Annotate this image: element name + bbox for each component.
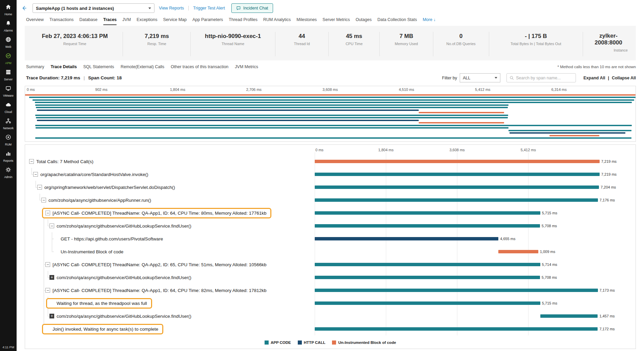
- span-bar[interactable]: [315, 160, 600, 163]
- tab-overview[interactable]: Overview: [26, 17, 44, 25]
- span-bar[interactable]: [498, 250, 538, 253]
- trace-overview-chart[interactable]: 0 ms902 ms1,804 ms2,706 ms3,608 ms4,510 …: [25, 86, 636, 142]
- tab-jvm[interactable]: JVM: [122, 17, 131, 25]
- overview-span-bar[interactable]: [419, 122, 504, 123]
- collapse-icon[interactable]: −: [45, 288, 50, 293]
- collapse-icon[interactable]: −: [45, 262, 50, 267]
- expand-icon[interactable]: +: [49, 314, 54, 318]
- overview-span-bar[interactable]: [35, 115, 508, 116]
- sidebar-item-rum[interactable]: RUM: [3, 134, 14, 146]
- sidebar-item-apm[interactable]: APM: [3, 53, 14, 65]
- span-bar[interactable]: [315, 224, 540, 228]
- sidebar-item-home[interactable]: Home: [3, 4, 14, 16]
- trace-row[interactable]: GET - https://api.github.com/users/Pivot…: [25, 232, 636, 245]
- sidebar-item-reports[interactable]: Reports: [3, 151, 14, 162]
- back-button[interactable]: [21, 5, 28, 12]
- span-search-box[interactable]: [506, 73, 576, 82]
- subtab-sql-statements[interactable]: SQL Statements: [83, 64, 114, 69]
- trace-row[interactable]: −org/springframework/web/servlet/Dispatc…: [25, 181, 636, 194]
- trace-row[interactable]: −org/apache/catalina/core/StandardHostVa…: [25, 168, 636, 181]
- overview-span-bar[interactable]: [35, 125, 632, 126]
- trace-row[interactable]: +com/zoho/qa/async/githubservice/GitHubL…: [25, 271, 636, 284]
- tab-transactions[interactable]: Transactions: [49, 17, 74, 25]
- overview-span-bar[interactable]: [29, 97, 636, 98]
- tab-service-map[interactable]: Service Map: [163, 17, 186, 25]
- overview-span-bar[interactable]: [37, 110, 419, 111]
- sidebar-item-server[interactable]: Server: [3, 69, 14, 81]
- expand-all-link[interactable]: Expand All: [583, 76, 605, 80]
- app-selector-dropdown[interactable]: SampleApp (1 hosts and 2 instances): [33, 3, 154, 13]
- overview-span-bar[interactable]: [419, 112, 504, 113]
- tab-data-collection-stats[interactable]: Data Collection Stats: [377, 17, 417, 25]
- span-bar[interactable]: [315, 289, 598, 292]
- subtab-summary[interactable]: Summary: [26, 64, 44, 69]
- collapse-icon[interactable]: −: [45, 211, 50, 215]
- overview-span-bar[interactable]: [35, 137, 631, 139]
- overview-span-bar[interactable]: [35, 104, 508, 106]
- tab-thread-profiles[interactable]: Thread Profiles: [229, 17, 257, 25]
- subtab-remote-external-calls[interactable]: Remote(External) Calls: [121, 64, 164, 69]
- overview-span-bar[interactable]: [36, 107, 507, 108]
- span-bar[interactable]: [315, 263, 540, 266]
- overview-span-bar[interactable]: [36, 117, 507, 118]
- span-bar[interactable]: [315, 186, 599, 189]
- trace-row[interactable]: −[ASYNC Call- COMPLETED] ThreadName: QA-…: [25, 207, 636, 219]
- subtab-trace-details[interactable]: Trace Details: [50, 64, 77, 69]
- sidebar-item-web[interactable]: Web: [3, 37, 14, 48]
- sidebar-item-cloud[interactable]: Cloud: [3, 102, 14, 114]
- tab-exceptions[interactable]: Exceptions: [137, 17, 157, 25]
- collapse-all-link[interactable]: Collapse All: [612, 76, 636, 80]
- trace-row[interactable]: Waiting for thread, as the threadpool wa…: [25, 297, 636, 310]
- span-bar[interactable]: [315, 276, 540, 279]
- span-bar[interactable]: [315, 211, 540, 215]
- overview-span-bar[interactable]: [508, 130, 632, 131]
- span-bar[interactable]: [315, 327, 598, 331]
- overview-span-bar[interactable]: [25, 94, 636, 96]
- trace-row[interactable]: −Total Calls: 7 Method Call(s)7,219 ms: [25, 155, 636, 168]
- overview-span-bar[interactable]: [35, 102, 632, 103]
- subtab-other-traces-of-this-transaction[interactable]: Other traces of this transaction: [171, 64, 228, 69]
- span-bar[interactable]: [315, 301, 540, 305]
- overview-span-bar[interactable]: [549, 135, 599, 136]
- sidebar-item-vmware[interactable]: VMware: [3, 85, 14, 97]
- incident-chat-button[interactable]: Incident Chat: [231, 3, 273, 13]
- overview-span-bar[interactable]: [510, 132, 625, 134]
- tab-milestones[interactable]: Milestones: [296, 17, 317, 25]
- overview-span-bar[interactable]: [33, 99, 634, 101]
- trigger-test-alert-link[interactable]: Trigger Test Alert: [193, 6, 225, 11]
- span-search-input[interactable]: [516, 76, 573, 80]
- trace-row[interactable]: Un-Instrumented Block of code1,009 ms: [25, 245, 636, 258]
- trace-row[interactable]: −[ASYNC Call- COMPLETED] ThreadName: QA-…: [25, 258, 636, 271]
- sidebar-item-network[interactable]: Network: [3, 118, 14, 130]
- tab-server-metrics[interactable]: Server Metrics: [323, 17, 350, 25]
- collapse-icon[interactable]: −: [29, 159, 34, 164]
- trace-row[interactable]: −com/zoho/qa/async/githubservice/AppRunn…: [25, 194, 636, 207]
- trace-row[interactable]: Join() invoked, Waiting for async task(s…: [25, 323, 636, 335]
- trace-row[interactable]: −[ASYNC Call- COMPLETED] ThreadName: QA-…: [25, 284, 636, 297]
- expand-icon[interactable]: +: [49, 275, 54, 280]
- trace-row[interactable]: +com/zoho/qa/async/githubservice/GitHubL…: [25, 310, 636, 323]
- collapse-icon[interactable]: −: [33, 172, 38, 177]
- sidebar-item-admin[interactable]: Admin: [3, 167, 14, 179]
- span-duration: 5,715 ms: [542, 211, 557, 215]
- view-reports-link[interactable]: View Reports: [159, 6, 184, 11]
- trace-row[interactable]: −com/zoho/qa/async/githubservice/GitHubL…: [25, 219, 636, 232]
- tab-database[interactable]: Database: [79, 17, 98, 25]
- tab-app-parameters[interactable]: App Parameters: [192, 17, 223, 25]
- tab-traces[interactable]: Traces: [103, 17, 117, 25]
- span-bar[interactable]: [315, 237, 498, 240]
- span-bar[interactable]: [315, 173, 600, 176]
- collapse-icon[interactable]: −: [49, 223, 54, 228]
- span-bar[interactable]: [540, 314, 598, 318]
- overview-span-bar[interactable]: [36, 127, 508, 129]
- collapse-icon[interactable]: −: [37, 185, 42, 190]
- overview-span-bar[interactable]: [37, 120, 419, 121]
- filter-dropdown[interactable]: ALL: [460, 73, 500, 82]
- sidebar-item-alarms[interactable]: Alarms: [3, 20, 14, 32]
- tab-outages[interactable]: Outages: [356, 17, 372, 25]
- span-bar[interactable]: [315, 198, 598, 202]
- tab-more[interactable]: More ↓: [423, 17, 436, 25]
- tab-rum-analytics[interactable]: RUM Analytics: [263, 17, 291, 25]
- subtab-jvm-metrics[interactable]: JVM Metrics: [235, 64, 258, 69]
- collapse-icon[interactable]: −: [41, 198, 46, 202]
